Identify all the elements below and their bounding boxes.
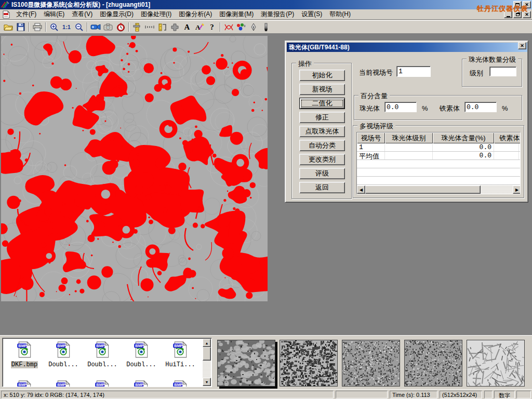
scroll-thumb[interactable] <box>203 347 211 361</box>
open-file-button[interactable] <box>2 21 15 33</box>
return-button[interactable]: 返回 <box>299 182 345 193</box>
menu-image-display[interactable]: 图像显示(D) <box>96 9 137 20</box>
scroll-right-button[interactable]: ▶ <box>513 185 521 194</box>
file-name: DKF.bmp <box>11 361 38 368</box>
menu-image-process[interactable]: 图像处理(I) <box>137 9 175 20</box>
label-points-button[interactable]: 3 <box>235 21 247 33</box>
mode-status: 数字 <box>494 391 515 398</box>
save-button[interactable] <box>15 21 27 33</box>
thumbnail-3[interactable] <box>342 340 400 387</box>
zoom-out-button[interactable] <box>73 21 85 33</box>
scroll-left-button[interactable]: ◀ <box>357 185 365 194</box>
pearlite-dialog: 珠光体(GB/T9441-88) ✕ 操作 初始化 新视场 二值化 修正 点取珠… <box>285 41 528 203</box>
one-to-one-icon: 1:1 <box>62 24 71 30</box>
pearlite-percent-input[interactable] <box>384 102 417 112</box>
table-row[interactable]: 平均值 0.0 <box>357 152 520 160</box>
ferrite-percent-input[interactable] <box>464 102 497 112</box>
file-item[interactable]: BMPHuiTi... <box>162 341 199 368</box>
scroll-up-button[interactable]: ▲ <box>203 339 211 347</box>
thumbnail-5[interactable] <box>467 340 525 387</box>
open-folder-icon <box>4 23 13 31</box>
initialize-button[interactable]: 初始化 <box>299 70 345 81</box>
menu-file[interactable]: 文件(F) <box>12 9 40 20</box>
file-item-partial[interactable]: BMP <box>162 380 199 387</box>
auto-classify-button[interactable]: 自动分类 <box>299 140 345 151</box>
scroll-thumb[interactable] <box>365 185 481 194</box>
table-row-empty <box>357 168 520 177</box>
file-item-partial[interactable]: BMP <box>45 380 82 387</box>
file-list[interactable]: BMPDKF.bmpBMPDoubl...BMPDoubl...BMPDoubl… <box>2 338 212 387</box>
app-icon <box>1 1 9 8</box>
cell-ferrite <box>494 143 519 151</box>
move-button[interactable] <box>168 21 181 33</box>
zoom-in-icon <box>50 23 59 32</box>
zoom-in-button[interactable] <box>48 21 60 33</box>
file-item[interactable]: BMPDKF.bmp <box>6 341 43 368</box>
actual-size-button[interactable]: 1:1 <box>60 21 73 33</box>
timer-button[interactable] <box>114 21 127 33</box>
pen-tool-button[interactable] <box>247 21 260 33</box>
operations-group-label: 操作 <box>296 59 314 69</box>
scroll-track[interactable] <box>365 185 513 194</box>
text-annotate-button[interactable]: A <box>181 21 193 33</box>
file-item-partial[interactable]: BMP <box>84 380 121 387</box>
cell-ferrite <box>494 152 519 159</box>
pen-icon <box>250 23 257 32</box>
file-item[interactable]: BMPDoubl... <box>123 341 160 368</box>
bmp-file-icon: BMP <box>171 341 189 358</box>
grade-input[interactable] <box>489 66 516 76</box>
menu-settings[interactable]: 设置(S) <box>298 9 326 20</box>
correct-button[interactable]: 修正 <box>299 112 345 123</box>
text-edit-button[interactable]: A <box>193 21 206 33</box>
workspace: 珠光体(GB/T9441-88) ✕ 操作 初始化 新视场 二值化 修正 点取珠… <box>0 33 532 335</box>
brush-tool-button[interactable] <box>260 21 272 33</box>
help-icon: ? <box>210 23 214 32</box>
new-field-button[interactable]: 新视场 <box>299 84 345 95</box>
file-name: Doubl... <box>126 361 157 368</box>
rating-table[interactable]: 视场号 珠光体级别 珠光体含量(%) 铁素体 1 0.0 平均值 <box>356 132 521 194</box>
file-item[interactable]: BMPDoubl... <box>84 341 121 368</box>
thumbnail-2[interactable] <box>280 340 338 387</box>
micrograph-image[interactable] <box>1 36 268 301</box>
bmp-file-icon: BMP <box>171 380 189 387</box>
rate-button[interactable]: 评级 <box>299 168 345 179</box>
menu-report[interactable]: 测量报告(P) <box>257 9 298 20</box>
dialog-title-bar[interactable]: 珠光体(GB/T9441-88) <box>287 43 527 52</box>
file-item[interactable]: BMPDoubl... <box>45 341 82 368</box>
video-capture-button[interactable] <box>89 21 102 33</box>
current-field-input[interactable] <box>396 66 431 77</box>
menu-image-analysis[interactable]: 图像分析(A) <box>175 9 216 20</box>
svg-text:BMP: BMP <box>18 382 27 387</box>
table-hscrollbar[interactable]: ◀ ▶ <box>357 185 521 194</box>
window-title: IS100显微摄像系统(金相分析版) - [zhuguangti01] <box>11 1 150 9</box>
menu-view[interactable]: 查看(V) <box>68 9 96 20</box>
caliper-measure-button[interactable] <box>156 21 168 33</box>
caliper-vertical-button[interactable] <box>131 21 143 33</box>
bmp-file-icon: BMP <box>132 380 150 387</box>
menu-edit[interactable]: 编辑(E) <box>40 9 68 20</box>
file-item-partial[interactable]: BMP <box>123 380 160 387</box>
curve-tool-button[interactable] <box>222 21 235 33</box>
scroll-down-button[interactable]: ▼ <box>203 378 211 386</box>
binarize-button[interactable]: 二值化 <box>299 98 345 109</box>
table-row[interactable]: 1 0.0 <box>357 143 520 152</box>
bmp-file-icon: BMP <box>55 341 72 358</box>
file-name: HuiTi... <box>165 361 196 368</box>
menu-image-measure[interactable]: 图像测量(M) <box>216 9 257 20</box>
file-list-vscrollbar[interactable]: ▲▼ <box>203 339 211 386</box>
change-class-button[interactable]: 更改类别 <box>299 154 345 165</box>
file-item-partial[interactable]: BMP <box>6 380 43 387</box>
thumbnail-4[interactable] <box>404 340 462 387</box>
dialog-title: 珠光体(GB/T9441-88) <box>289 43 350 52</box>
menu-help[interactable]: 帮助(H) <box>326 9 354 20</box>
pick-pearlite-button[interactable]: 点取珠光体 <box>299 126 345 137</box>
ferrite-percent-sign: % <box>502 104 508 112</box>
cell-field-no: 平均值 <box>357 152 385 159</box>
dialog-close-button[interactable]: ✕ <box>518 42 526 49</box>
ruler-horizontal-button[interactable] <box>143 21 156 33</box>
snapshot-button[interactable] <box>102 21 114 33</box>
help-button[interactable]: ? <box>206 21 218 33</box>
thumbnail-1[interactable] <box>217 340 275 387</box>
print-button[interactable] <box>31 21 44 33</box>
svg-text:BMP: BMP <box>174 382 183 387</box>
